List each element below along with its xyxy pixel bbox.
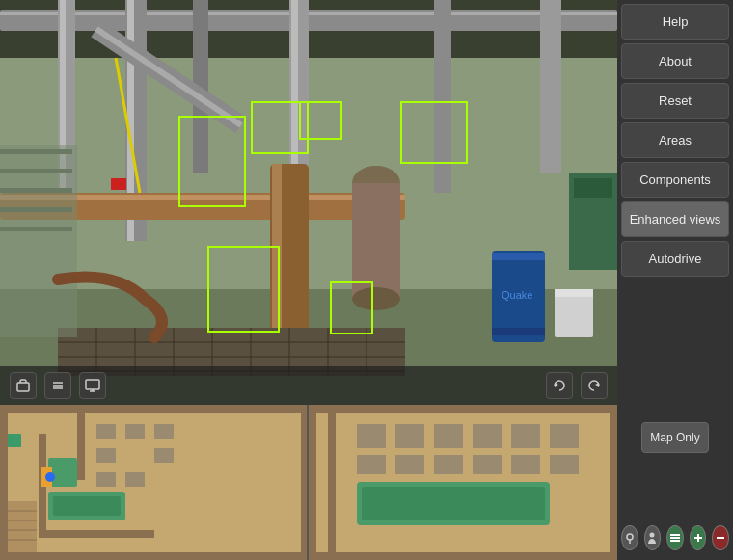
map-panel-left[interactable]	[0, 405, 309, 560]
svg-rect-12	[434, 0, 451, 193]
svg-rect-90	[309, 405, 316, 560]
svg-rect-72	[96, 424, 116, 439]
svg-rect-77	[154, 448, 174, 463]
svg-rect-80	[8, 501, 37, 552]
svg-rect-100	[550, 424, 579, 448]
svg-rect-45	[0, 149, 72, 154]
svg-marker-59	[595, 383, 599, 387]
bottom-section: Map Only	[0, 405, 733, 560]
svg-rect-99	[511, 424, 540, 448]
svg-rect-66	[39, 530, 154, 538]
help-button[interactable]: Help	[621, 4, 729, 40]
svg-rect-51	[17, 383, 29, 391]
svg-rect-106	[550, 455, 579, 474]
svg-rect-78	[96, 472, 116, 487]
components-button[interactable]: Components	[621, 162, 729, 198]
svg-rect-24	[492, 253, 545, 260]
reset-button[interactable]: Reset	[621, 83, 729, 119]
autodrive-button[interactable]: Autodrive	[621, 241, 729, 277]
svg-rect-55	[86, 380, 99, 389]
areas-button[interactable]: Areas	[621, 122, 729, 158]
svg-rect-101	[357, 455, 386, 474]
svg-rect-70	[48, 458, 77, 487]
svg-rect-98	[473, 424, 502, 448]
map-only-button[interactable]: Map Only	[641, 422, 708, 453]
svg-rect-91	[610, 405, 617, 560]
svg-rect-47	[0, 188, 72, 193]
layers-icon[interactable]	[666, 525, 684, 550]
svg-rect-30	[574, 178, 612, 198]
rotate-left-icon[interactable]	[546, 372, 573, 399]
svg-rect-104	[473, 455, 502, 474]
svg-rect-105	[511, 455, 540, 474]
svg-rect-110	[670, 534, 680, 536]
svg-rect-21	[352, 183, 400, 299]
zoom-in-icon[interactable]	[690, 525, 707, 550]
svg-rect-64	[301, 405, 309, 560]
svg-rect-67	[77, 413, 85, 480]
svg-point-107	[627, 534, 633, 540]
svg-rect-97	[434, 424, 463, 448]
svg-rect-102	[395, 455, 424, 474]
list-icon[interactable]	[44, 372, 71, 399]
svg-marker-58	[555, 383, 558, 387]
zoom-out-icon[interactable]	[712, 525, 729, 550]
toolbar-left-icons	[10, 372, 106, 399]
svg-point-85	[45, 472, 55, 482]
svg-rect-25	[492, 328, 545, 335]
svg-rect-73	[125, 424, 145, 439]
svg-rect-48	[0, 207, 72, 212]
briefcase-icon[interactable]	[10, 372, 37, 399]
monitor-icon[interactable]	[79, 372, 106, 399]
panoramic-view: Quake	[0, 0, 617, 405]
svg-text:Quake: Quake	[502, 289, 532, 301]
svg-rect-63	[0, 405, 8, 560]
svg-rect-75	[96, 448, 116, 463]
svg-rect-86	[8, 434, 21, 447]
svg-point-22	[352, 287, 400, 310]
svg-rect-103	[434, 455, 463, 474]
person-icon[interactable]	[644, 525, 662, 550]
map-panel-right[interactable]	[309, 405, 617, 560]
main-toolbar	[0, 366, 617, 405]
location-icon[interactable]	[621, 525, 638, 550]
toolbar-right-icons	[546, 372, 608, 399]
svg-rect-69	[53, 496, 121, 516]
svg-rect-96	[395, 424, 424, 448]
svg-rect-62	[0, 552, 309, 560]
svg-point-109	[650, 533, 655, 538]
about-button[interactable]: About	[621, 43, 729, 79]
svg-rect-88	[309, 405, 617, 413]
svg-rect-112	[670, 540, 680, 542]
svg-rect-46	[0, 169, 72, 173]
svg-rect-111	[670, 537, 680, 539]
svg-rect-79	[125, 472, 145, 487]
svg-rect-94	[362, 487, 545, 520]
svg-rect-13	[540, 0, 561, 173]
svg-rect-95	[357, 424, 386, 448]
svg-rect-28	[555, 289, 593, 297]
sidebar: Help About Reset Areas Components Enhanc…	[617, 0, 733, 405]
svg-rect-49	[0, 227, 72, 231]
svg-rect-19	[272, 164, 282, 337]
rotate-right-icon[interactable]	[581, 372, 608, 399]
enhanced-views-button[interactable]: Enhanced views	[621, 201, 729, 237]
map-bottom-icons	[621, 525, 729, 550]
map-toolbar: Map Only	[617, 405, 733, 560]
svg-rect-89	[309, 552, 617, 560]
svg-rect-50	[111, 178, 126, 190]
svg-rect-92	[328, 413, 336, 552]
svg-rect-61	[0, 405, 309, 413]
svg-rect-74	[154, 424, 174, 439]
